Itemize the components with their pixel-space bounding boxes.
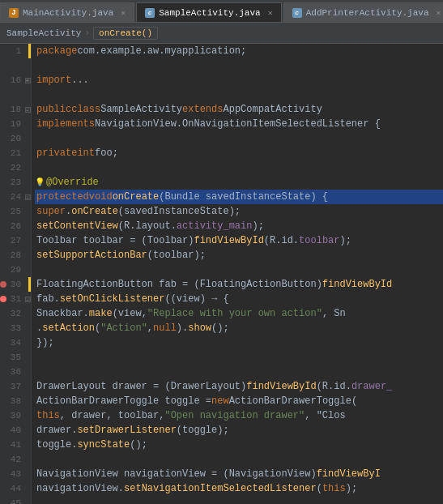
breakpoint-area[interactable] xyxy=(0,175,6,190)
breakpoint-area[interactable] xyxy=(0,204,6,219)
code-token-plain: (R.id. xyxy=(264,235,299,246)
code-token-plain: (R.layout. xyxy=(118,220,177,232)
code-token-method: findViewById xyxy=(322,279,392,290)
fold-icon-area[interactable] xyxy=(24,408,31,423)
fold-icon-area[interactable] xyxy=(24,467,31,481)
tab-add-printer[interactable]: c AddPrinterActivity.java ✕ xyxy=(283,2,443,22)
fold-icon-area[interactable]: - xyxy=(24,292,31,306)
fold-icon-area[interactable] xyxy=(24,175,31,190)
fold-icon-area[interactable] xyxy=(24,160,31,175)
breakpoint-area[interactable] xyxy=(0,292,6,306)
breakpoint-area[interactable] xyxy=(0,146,6,160)
tab-close-active-icon[interactable]: ✕ xyxy=(268,8,273,18)
code-content[interactable]: package com.example.aw.myapplication;imp… xyxy=(32,44,443,504)
code-token-plain: Snackbar. xyxy=(36,308,89,319)
breakpoint-area[interactable] xyxy=(0,73,6,88)
fold-icon-area[interactable] xyxy=(24,306,31,321)
fold-icon-area[interactable] xyxy=(24,131,31,146)
fold-icon-area[interactable] xyxy=(24,58,31,73)
breakpoint-area[interactable] xyxy=(0,394,6,408)
fold-icon-area[interactable] xyxy=(24,248,31,263)
fold-icon-area[interactable] xyxy=(24,438,31,452)
fold-icon-area[interactable] xyxy=(24,379,31,394)
tab-main-activity-label: MainActivity.java xyxy=(23,8,113,18)
breadcrumb-class[interactable]: SampleActivity xyxy=(6,28,81,38)
fold-icon-area[interactable] xyxy=(24,117,31,131)
code-token-method: setAction xyxy=(42,322,95,334)
fold-icon-area[interactable] xyxy=(24,365,31,379)
breakpoint-area[interactable] xyxy=(0,467,6,481)
fold-icon-area[interactable] xyxy=(24,423,31,438)
code-token-plain: (view, xyxy=(113,308,147,319)
breakpoint-area[interactable] xyxy=(0,496,6,504)
tab-close-printer-icon[interactable]: ✕ xyxy=(437,8,441,18)
breakpoint-area[interactable] xyxy=(0,423,6,438)
breakpoint-area[interactable] xyxy=(0,277,6,292)
breakpoint-area[interactable] xyxy=(0,117,6,131)
code-token-kw: extends xyxy=(182,104,223,115)
breakpoint-area[interactable] xyxy=(0,379,6,394)
fold-icon-area[interactable] xyxy=(24,233,31,248)
breakpoint-area[interactable] xyxy=(0,452,6,467)
code-token-string: "Replace with your own action" xyxy=(147,308,322,319)
breakpoint-area[interactable] xyxy=(0,263,6,277)
fold-icon-area[interactable] xyxy=(24,496,31,504)
fold-icon-area[interactable]: - xyxy=(24,190,31,204)
code-line: DrawerLayout drawer = (DrawerLayout) fin… xyxy=(35,379,443,394)
breadcrumb-method[interactable]: onCreate() xyxy=(93,27,158,40)
line-number: 44 xyxy=(6,484,24,493)
breakpoint-area[interactable] xyxy=(0,350,6,365)
breakpoint-area[interactable] xyxy=(0,58,6,73)
breakpoint-area[interactable] xyxy=(0,219,6,233)
lightbulb-icon[interactable]: 💡 xyxy=(35,177,45,187)
breakpoint-area[interactable] xyxy=(0,233,6,248)
fold-icon-area[interactable] xyxy=(24,263,31,277)
breakpoint-area[interactable] xyxy=(0,408,6,423)
fold-icon-area[interactable] xyxy=(24,146,31,160)
code-line: ActionBarDrawerToggle toggle = new Actio… xyxy=(35,394,443,408)
breakpoint-area[interactable] xyxy=(0,335,6,350)
breakpoint-area[interactable] xyxy=(0,438,6,452)
fold-icon-area[interactable] xyxy=(24,88,31,102)
fold-icon-area[interactable] xyxy=(24,335,31,350)
fold-icon-area[interactable] xyxy=(24,394,31,408)
code-line: super.onCreate(savedInstanceState); xyxy=(35,204,443,219)
fold-icon-area[interactable] xyxy=(24,204,31,219)
breakpoint-area[interactable] xyxy=(0,131,6,146)
fold-icon-area[interactable] xyxy=(24,219,31,233)
fold-icon-area[interactable] xyxy=(24,452,31,467)
code-token-string: "Open navigation drawer" xyxy=(164,410,305,421)
line-number: 23 xyxy=(6,177,24,187)
right-marker xyxy=(28,44,31,58)
fold-icon-area[interactable] xyxy=(24,350,31,365)
fold-icon-area[interactable]: - xyxy=(24,102,31,117)
breakpoint-area[interactable] xyxy=(0,248,6,263)
code-token-method: findViewById xyxy=(246,381,316,392)
line-number: 40 xyxy=(6,425,24,435)
fold-icon-area[interactable]: + xyxy=(24,73,31,88)
breakpoint-area[interactable] xyxy=(0,190,6,204)
code-line xyxy=(35,88,443,102)
line-number-gutter: 116+18-192021222324-25262728293031-32333… xyxy=(0,44,32,504)
gutter-row: 31- xyxy=(0,292,31,306)
breakpoint-area[interactable] xyxy=(0,88,6,102)
code-token-plain: ... xyxy=(71,75,89,86)
fold-icon-area[interactable] xyxy=(24,321,31,335)
breakpoint-area[interactable] xyxy=(0,44,6,58)
tab-main-activity[interactable]: J MainActivity.java ✕ xyxy=(0,2,134,22)
gutter-row: 45 xyxy=(0,496,31,504)
breakpoint-area[interactable] xyxy=(0,102,6,117)
code-token-field: activity_main xyxy=(177,220,253,232)
code-line: navigationView.setNavigationItemSelected… xyxy=(35,481,443,496)
breakpoint-area[interactable] xyxy=(0,365,6,379)
gutter-row: 42 xyxy=(0,452,31,467)
breakpoint-area[interactable] xyxy=(0,321,6,335)
breakpoint-area[interactable] xyxy=(0,481,6,496)
code-token-plain: foo; xyxy=(95,147,118,159)
breakpoint-area[interactable] xyxy=(0,160,6,175)
gutter-row: 35 xyxy=(0,350,31,365)
tab-sample-activity[interactable]: c SampleActivity.java ✕ xyxy=(136,2,281,22)
breakpoint-area[interactable] xyxy=(0,306,6,321)
tab-close-icon[interactable]: ✕ xyxy=(121,8,126,18)
fold-icon-area[interactable] xyxy=(24,481,31,496)
